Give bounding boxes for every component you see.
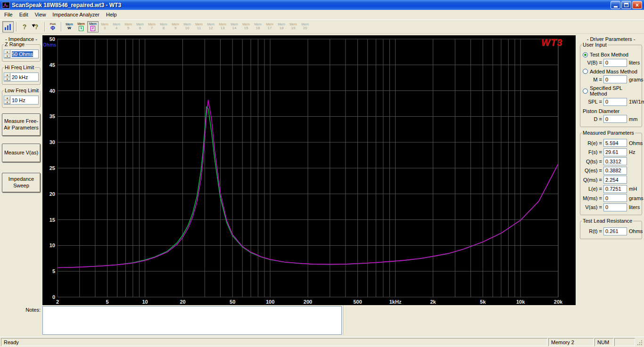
spin-up-icon[interactable]: ▲ <box>4 50 10 54</box>
toolbar-mem-4-button: Mem4 <box>111 21 122 32</box>
param-unit: mH <box>627 186 637 192</box>
param-value-field[interactable]: 0 <box>603 59 627 67</box>
spin-up-icon[interactable]: ▲ <box>4 96 10 100</box>
param-value-field[interactable]: 0.261 <box>603 227 627 235</box>
param-value-field[interactable]: 2.254 <box>603 176 627 184</box>
toolbar-mem-2-button[interactable]: Mem2 <box>87 21 99 32</box>
param-value-field[interactable]: 0 <box>603 203 627 211</box>
low-freq-label: Low Freq Limit <box>4 88 40 93</box>
low-freq-field[interactable]: ▲ ▼ 10 Hz <box>4 96 39 105</box>
minimize-button[interactable] <box>611 1 620 9</box>
method-option[interactable]: Specified SPL Method <box>582 85 640 97</box>
mem-button-number: 11 <box>197 26 201 31</box>
toolbar-mem-10-button: Mem10 <box>182 21 193 32</box>
toolbar-mem-17-button: Mem17 <box>264 21 275 32</box>
resize-grip-icon[interactable] <box>636 338 643 346</box>
low-freq-spinner[interactable]: ▲ ▼ <box>4 96 10 104</box>
wt3-logo: WT3 <box>541 37 562 48</box>
menu-file[interactable]: File <box>1 10 16 19</box>
svg-text:50: 50 <box>50 36 55 42</box>
impedance-sweep-button[interactable]: Impedance Sweep <box>2 173 41 193</box>
param-value-field[interactable]: 29.61 <box>603 148 627 156</box>
svg-text:45: 45 <box>50 62 55 68</box>
notes-textarea[interactable] <box>42 306 342 335</box>
menu-impedance-analyzer[interactable]: Impedance Analyzer <box>49 10 103 19</box>
toolbar-mem-19-button: Mem19 <box>288 21 299 32</box>
mem-button-number: 7 <box>151 26 153 31</box>
menu-help[interactable]: Help <box>103 10 120 19</box>
mem-button-number: 9 <box>174 26 176 31</box>
spin-down-icon[interactable]: ▼ <box>4 100 10 105</box>
method-label: Specified SPL Method <box>590 85 640 97</box>
param-value-field[interactable]: 0.3312 <box>603 157 627 165</box>
toolbar-mem-16-button: Mem16 <box>252 21 264 32</box>
test-lead-group: Test Lead Resistance R(t) =0.261Ohms <box>580 221 642 239</box>
method-option[interactable]: Added Mass Method <box>582 69 640 74</box>
svg-text:Ohms: Ohms <box>43 42 57 48</box>
close-icon: × <box>636 2 639 8</box>
status-bar: Ready Memory 2 NUM <box>0 337 644 347</box>
maximize-button[interactable] <box>621 1 631 9</box>
hi-freq-spinner[interactable]: ▲ ▼ <box>4 73 10 81</box>
param-value-field[interactable]: 0 <box>603 98 627 106</box>
menu-edit[interactable]: Edit <box>16 10 32 19</box>
z-range-value[interactable]: 50 Ohms <box>12 51 33 57</box>
spin-down-icon[interactable]: ▼ <box>4 77 10 81</box>
svg-text:35: 35 <box>50 113 55 119</box>
mem-button-label: Mem <box>77 22 85 26</box>
toolbar-help-button[interactable]: ? <box>19 21 30 32</box>
param-value-field[interactable]: 0 <box>603 115 627 123</box>
z-range-spinner[interactable]: ▲ ▼ <box>4 50 10 58</box>
z-range-group: Z Range ▲ ▼ 50 Ohms <box>2 44 41 62</box>
z-range-field[interactable]: ▲ ▼ 50 Ohms <box>4 49 39 58</box>
param-unit: liters <box>627 204 640 210</box>
spin-down-icon[interactable]: ▼ <box>4 54 10 58</box>
param-row: Q(es) =0.3882 <box>582 167 640 175</box>
low-freq-value[interactable]: 10 Hz <box>12 97 25 103</box>
menu-view[interactable]: View <box>32 10 50 19</box>
svg-text:30: 30 <box>50 139 55 145</box>
title-bar: ScanSpeak 18W8546_repaired.wt3 - WT3 × <box>0 0 644 10</box>
param-value-field[interactable]: 5.594 <box>603 139 627 147</box>
svg-text:5: 5 <box>52 268 55 274</box>
param-label: Q(es) = <box>582 168 603 173</box>
toolbar-mem-1-button[interactable]: Mem1 <box>75 21 87 32</box>
spin-up-icon[interactable]: ▲ <box>4 73 10 77</box>
mem-button-number: 1 <box>79 26 83 31</box>
radio-icon[interactable] <box>583 69 588 74</box>
toolbar-mem-w-button[interactable]: MemW <box>64 21 75 32</box>
svg-text:20k: 20k <box>554 299 563 305</box>
param-value-field[interactable]: 0 <box>603 194 627 202</box>
mem-button-number: 14 <box>232 26 237 31</box>
toolbar-mem-9-button: Mem9 <box>170 21 181 32</box>
mem-button-number: 2 <box>91 26 95 31</box>
param-unit: 1W/1m <box>627 99 644 105</box>
measure-free-air-button[interactable]: Measure Free-Air Parameters <box>2 113 41 136</box>
toolbar-phase-button[interactable]: PHA Φ <box>47 21 58 32</box>
hi-freq-field[interactable]: ▲ ▼ 20 kHz <box>4 73 39 81</box>
toolbar-mem-12-button: Mem12 <box>205 21 216 32</box>
radio-icon[interactable] <box>583 52 588 57</box>
param-value-field[interactable]: 0 <box>603 75 627 83</box>
measure-vas-button[interactable]: Measure V(as) <box>2 144 41 162</box>
toolbar-chart-button[interactable] <box>2 21 14 32</box>
param-value-field[interactable]: 0.3882 <box>603 167 627 175</box>
toolbar-mem-3-button: Mem3 <box>99 21 110 32</box>
svg-text:40: 40 <box>50 88 55 94</box>
svg-text:500: 500 <box>353 299 362 305</box>
param-label: V(B) = <box>582 60 603 65</box>
close-button[interactable]: × <box>632 1 642 9</box>
param-row: L(e) =0.7251mH <box>582 185 640 193</box>
param-label: R(e) = <box>582 140 603 146</box>
param-label: L(e) = <box>582 186 603 192</box>
mem-button-label: Mem <box>89 22 97 26</box>
app-icon <box>2 1 10 9</box>
toolbar-context-help-button[interactable]: ? <box>31 21 42 32</box>
hi-freq-value[interactable]: 20 kHz <box>12 74 28 80</box>
method-option[interactable]: Test Box Method <box>582 52 640 57</box>
param-value-field[interactable]: 0.7251 <box>603 185 627 193</box>
method-label: Test Box Method <box>590 52 628 57</box>
maximize-icon <box>624 3 628 7</box>
radio-icon[interactable] <box>583 89 588 94</box>
user-input-body: Test Box MethodV(B) =0litersAdded Mass M… <box>582 52 640 106</box>
